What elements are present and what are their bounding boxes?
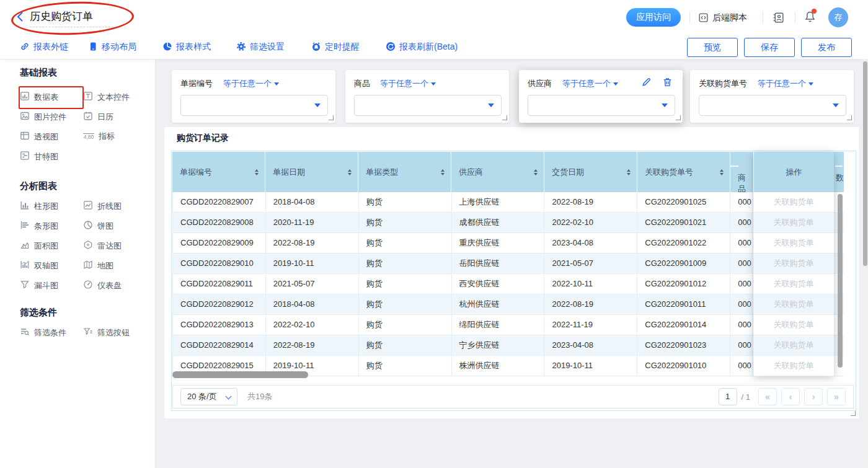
action-cell: 关联购货单 xyxy=(753,315,834,335)
sidebar-item-pie-chart[interactable]: 饼图 xyxy=(83,220,142,232)
back-icon[interactable] xyxy=(16,11,25,24)
sidebar-item-image-widget[interactable]: 图片控件 xyxy=(20,111,79,123)
toolbar-item-scheduled-reminder[interactable]: 定时提醒 xyxy=(311,35,360,59)
filter-operator-dropdown[interactable]: 等于任意一个 xyxy=(223,78,279,89)
related-order-link[interactable]: 关联购货单 xyxy=(774,279,814,288)
resize-handle[interactable] xyxy=(676,115,681,120)
column-header-product-clipped[interactable]: 商品 xyxy=(730,152,753,192)
sort-icon[interactable] xyxy=(534,169,538,175)
cell-order-no: CGDD20220829014 xyxy=(173,335,266,356)
sidebar-item-filter-condition[interactable]: 筛选条件 xyxy=(20,327,79,338)
cell-delivery-date: 2019-10-11 xyxy=(544,356,637,376)
previous-page-button[interactable]: ‹ xyxy=(781,388,800,405)
filter-value-select[interactable] xyxy=(354,95,502,116)
toolbar-item-report-refresh[interactable]: 报表刷新(Beta) xyxy=(386,35,458,59)
column-header-order-date[interactable]: 单据日期 xyxy=(265,152,358,192)
sidebar-item-calendar[interactable]: 日历 xyxy=(83,111,142,123)
column-header-supplier[interactable]: 供应商 xyxy=(451,152,544,192)
publish-button[interactable]: 发布 xyxy=(801,38,852,57)
preview-button[interactable]: 预览 xyxy=(687,38,738,57)
toolbar-item-report-link[interactable]: 报表外链 xyxy=(20,35,68,59)
filter-label: 供应商 xyxy=(528,78,552,89)
last-page-button[interactable]: » xyxy=(827,388,846,405)
widget-sidebar: 基础报表 数据表 文本控件 图片控件 日历 透视图 4,80 指标 甘特图 xyxy=(0,59,156,468)
column-header-order-no[interactable]: 单据编号 xyxy=(172,152,265,192)
filter-card-order-no[interactable]: 单据编号 等于任意一个 xyxy=(172,70,335,123)
related-order-link[interactable]: 关联购货单 xyxy=(774,238,814,247)
resize-handle[interactable] xyxy=(502,115,507,120)
resize-handle[interactable] xyxy=(847,115,852,120)
next-page-button[interactable]: › xyxy=(804,388,823,405)
sidebar-item-gantt[interactable]: 甘特图 xyxy=(20,151,79,162)
sidebar-item-indicator[interactable]: 4,80 指标 xyxy=(83,131,142,142)
filter-card-related-order[interactable]: 关联购货单号 等于任意一个 xyxy=(690,70,854,123)
sidebar-item-map[interactable]: 地图 xyxy=(83,260,142,272)
delete-icon[interactable] xyxy=(662,77,673,89)
toolbar-item-report-style[interactable]: 报表样式 xyxy=(162,35,211,59)
column-header-delivery-date[interactable]: 交货日期 xyxy=(544,152,637,192)
related-order-link[interactable]: 关联购货单 xyxy=(774,299,814,309)
page-size-select[interactable]: 20 条/页 xyxy=(180,388,237,405)
cell-related-no: CG20220901011 xyxy=(637,294,730,315)
chevron-down-icon xyxy=(274,82,279,86)
table-title: 购货订单记录 xyxy=(177,133,229,144)
cell-supplier: 岳阳供应链 xyxy=(452,254,545,274)
related-order-link[interactable]: 关联购货单 xyxy=(774,361,814,370)
sort-icon[interactable] xyxy=(348,169,352,175)
column-header-order-type[interactable]: 单据类型 xyxy=(358,152,451,192)
filter-card-product[interactable]: 商品 等于任意一个 xyxy=(345,70,509,123)
page-number-input[interactable]: 1 xyxy=(719,388,737,405)
cell-delivery-date: 2022-02-10 xyxy=(544,213,637,233)
sidebar-item-funnel-chart[interactable]: 漏斗图 xyxy=(20,280,79,291)
resize-handle[interactable] xyxy=(329,115,334,120)
sidebar-item-column-chart[interactable]: 柱形图 xyxy=(20,200,79,212)
save-button[interactable]: 保存 xyxy=(744,38,795,57)
table-horizontal-scrollbar[interactable] xyxy=(172,371,308,378)
cell-supplier: 株洲供应链 xyxy=(452,356,545,376)
filter-card-supplier[interactable]: 供应商 等于任意一个 xyxy=(519,70,683,123)
app-access-button[interactable]: 应用访问 xyxy=(626,8,681,27)
backend-script-link[interactable]: 后端脚本 xyxy=(712,12,747,24)
sidebar-item-text-widget[interactable]: 文本控件 xyxy=(83,91,142,103)
toolbar-item-filter-settings[interactable]: 筛选设置 xyxy=(236,35,285,59)
related-order-link[interactable]: 关联购货单 xyxy=(774,258,814,268)
filter-operator-dropdown[interactable]: 等于任意一个 xyxy=(758,78,813,89)
related-order-link[interactable]: 关联购货单 xyxy=(774,340,814,350)
table-vertical-scrollbar[interactable] xyxy=(838,194,843,368)
column-header-related-order-no[interactable]: 关联购货单号 xyxy=(637,152,730,192)
action-column: 操作 关联购货单 关联购货单 关联购货单 关联购货单 关联购货单 关联购货单 关… xyxy=(753,152,834,376)
first-page-button[interactable]: « xyxy=(758,388,777,405)
related-order-link[interactable]: 关联购货单 xyxy=(774,320,814,329)
filter-value-select[interactable] xyxy=(528,95,675,116)
filter-value-select[interactable] xyxy=(699,95,846,116)
toolbar-item-mobile-layout[interactable]: 移动布局 xyxy=(88,35,136,59)
filter-operator-dropdown[interactable]: 等于任意一个 xyxy=(380,78,436,89)
sidebar-item-data-table[interactable]: 数据表 xyxy=(20,91,79,103)
widget-resize-handle[interactable] xyxy=(851,411,856,416)
sidebar-item-filter-button[interactable]: 筛选按钮 xyxy=(83,327,142,338)
avatar[interactable]: 存 xyxy=(828,7,848,27)
sidebar-item-line-chart[interactable]: 折线图 xyxy=(83,200,142,212)
filter-operator-dropdown[interactable]: 等于任意一个 xyxy=(562,78,618,89)
sidebar-item-area-chart[interactable]: 面积图 xyxy=(20,240,79,252)
column-header-action: 操作 xyxy=(753,152,834,192)
sort-icon[interactable] xyxy=(255,169,259,175)
line-chart-icon xyxy=(83,200,93,212)
page-title[interactable]: 历史购货订单 xyxy=(30,9,93,24)
edit-icon[interactable] xyxy=(641,77,652,89)
related-order-link[interactable]: 关联购货单 xyxy=(774,197,814,206)
sort-icon[interactable] xyxy=(441,169,445,175)
sidebar-item-pivot[interactable]: 透视图 xyxy=(20,131,79,143)
sidebar-item-gauge[interactable]: 仪表盘 xyxy=(83,280,142,291)
page-scrollbar-thumb[interactable] xyxy=(863,61,867,266)
table-row: CGDD20220829013 2022-02-10 购货 绵阳供应链 2022… xyxy=(173,315,844,335)
column-header-clipped-right: 数 xyxy=(834,152,844,192)
filter-value-select[interactable] xyxy=(180,95,328,116)
contacts-icon[interactable] xyxy=(772,11,785,26)
sort-icon[interactable] xyxy=(720,169,724,175)
sidebar-item-radar-chart[interactable]: 雷达图 xyxy=(83,240,142,252)
related-order-link[interactable]: 关联购货单 xyxy=(774,218,814,227)
sort-icon[interactable] xyxy=(627,169,631,175)
sidebar-item-bar-chart[interactable]: 条形图 xyxy=(20,220,79,232)
sidebar-item-dual-axis-chart[interactable]: 双轴图 xyxy=(20,260,79,272)
